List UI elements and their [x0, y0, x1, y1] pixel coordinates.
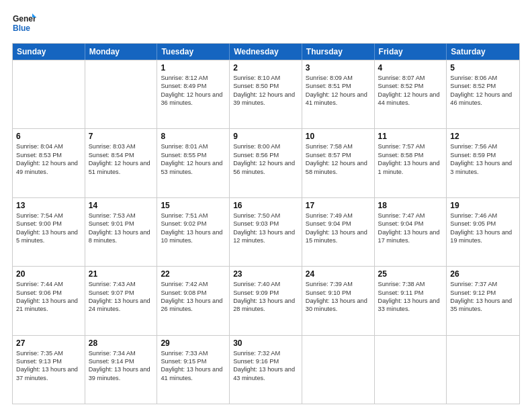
day-cell-15: 15Sunrise: 7:51 AMSunset: 9:02 PMDayligh… [157, 198, 230, 266]
day-info: Sunrise: 8:12 AMSunset: 8:49 PMDaylight:… [161, 74, 226, 107]
day-cell-14: 14Sunrise: 7:53 AMSunset: 9:01 PMDayligh… [85, 198, 158, 266]
day-info: Sunrise: 7:33 AMSunset: 9:15 PMDaylight:… [161, 349, 226, 383]
day-cell-17: 17Sunrise: 7:49 AMSunset: 9:04 PMDayligh… [302, 198, 375, 266]
day-info: Sunrise: 7:40 AMSunset: 9:09 PMDaylight:… [233, 280, 298, 314]
day-info: Sunrise: 7:44 AMSunset: 9:06 PMDaylight:… [16, 280, 81, 314]
empty-cell [447, 336, 519, 404]
day-info: Sunrise: 8:04 AMSunset: 8:53 PMDaylight:… [16, 142, 81, 176]
header: General Blue [12, 12, 520, 36]
day-number: 30 [233, 338, 298, 348]
day-info: Sunrise: 7:49 AMSunset: 9:04 PMDaylight:… [306, 212, 371, 245]
day-number: 14 [89, 201, 154, 210]
logo: General Blue [12, 12, 36, 36]
day-info: Sunrise: 8:01 AMSunset: 8:55 PMDaylight:… [161, 142, 226, 176]
day-info: Sunrise: 8:00 AMSunset: 8:56 PMDaylight:… [233, 142, 298, 176]
empty-cell [375, 336, 447, 404]
day-number: 23 [233, 269, 298, 279]
day-number: 11 [378, 132, 443, 141]
logo-svg: General Blue [12, 12, 36, 36]
day-cell-6: 6Sunrise: 8:04 AMSunset: 8:53 PMDaylight… [13, 129, 85, 197]
day-cell-8: 8Sunrise: 8:01 AMSunset: 8:55 PMDaylight… [157, 129, 230, 197]
day-number: 4 [378, 63, 443, 73]
day-cell-25: 25Sunrise: 7:38 AMSunset: 9:11 PMDayligh… [375, 267, 447, 334]
day-number: 24 [306, 269, 371, 279]
empty-cell [85, 60, 158, 128]
day-number: 22 [161, 269, 226, 279]
day-cell-13: 13Sunrise: 7:54 AMSunset: 9:00 PMDayligh… [13, 198, 85, 266]
day-number: 16 [233, 201, 298, 210]
day-number: 18 [378, 201, 443, 210]
day-number: 2 [233, 63, 298, 73]
day-info: Sunrise: 7:47 AMSunset: 9:04 PMDaylight:… [378, 212, 443, 245]
day-info: Sunrise: 7:37 AMSunset: 9:12 PMDaylight:… [450, 280, 516, 314]
day-number: 28 [89, 338, 154, 348]
day-info: Sunrise: 7:54 AMSunset: 9:00 PMDaylight:… [16, 212, 81, 245]
day-info: Sunrise: 8:10 AMSunset: 8:50 PMDaylight:… [233, 74, 298, 107]
day-info: Sunrise: 7:50 AMSunset: 9:03 PMDaylight:… [233, 212, 298, 245]
day-cell-19: 19Sunrise: 7:46 AMSunset: 9:05 PMDayligh… [447, 198, 519, 266]
day-info: Sunrise: 8:09 AMSunset: 8:51 PMDaylight:… [306, 74, 371, 107]
day-cell-5: 5Sunrise: 8:06 AMSunset: 8:52 PMDaylight… [447, 60, 519, 128]
day-cell-1: 1Sunrise: 8:12 AMSunset: 8:49 PMDaylight… [157, 60, 230, 128]
header-day-saturday: Saturday [447, 44, 519, 60]
day-number: 19 [450, 201, 516, 210]
header-day-tuesday: Tuesday [157, 44, 230, 60]
day-cell-7: 7Sunrise: 8:03 AMSunset: 8:54 PMDaylight… [85, 129, 158, 197]
day-info: Sunrise: 7:46 AMSunset: 9:05 PMDaylight:… [450, 212, 516, 245]
day-cell-30: 30Sunrise: 7:32 AMSunset: 9:16 PMDayligh… [230, 336, 302, 404]
header-day-sunday: Sunday [13, 44, 85, 60]
header-day-friday: Friday [375, 44, 447, 60]
empty-cell [302, 336, 375, 404]
day-cell-12: 12Sunrise: 7:56 AMSunset: 8:59 PMDayligh… [447, 129, 519, 197]
day-info: Sunrise: 7:57 AMSunset: 8:58 PMDaylight:… [378, 142, 443, 176]
day-number: 13 [16, 201, 81, 210]
day-number: 10 [306, 132, 371, 141]
header-day-monday: Monday [85, 44, 158, 60]
day-cell-22: 22Sunrise: 7:42 AMSunset: 9:08 PMDayligh… [157, 267, 230, 334]
day-cell-27: 27Sunrise: 7:35 AMSunset: 9:13 PMDayligh… [13, 336, 85, 404]
day-number: 1 [161, 63, 226, 73]
day-info: Sunrise: 7:42 AMSunset: 9:08 PMDaylight:… [161, 280, 226, 314]
empty-cell [13, 60, 85, 128]
day-info: Sunrise: 7:43 AMSunset: 9:07 PMDaylight:… [89, 280, 154, 314]
day-cell-24: 24Sunrise: 7:39 AMSunset: 9:10 PMDayligh… [302, 267, 375, 334]
svg-text:Blue: Blue [13, 24, 30, 33]
day-number: 5 [450, 63, 516, 73]
day-cell-28: 28Sunrise: 7:34 AMSunset: 9:14 PMDayligh… [85, 336, 158, 404]
calendar-body: 1Sunrise: 8:12 AMSunset: 8:49 PMDaylight… [13, 60, 519, 404]
week-row-2: 6Sunrise: 8:04 AMSunset: 8:53 PMDaylight… [13, 128, 519, 197]
day-info: Sunrise: 7:56 AMSunset: 8:59 PMDaylight:… [450, 142, 516, 176]
day-cell-16: 16Sunrise: 7:50 AMSunset: 9:03 PMDayligh… [230, 198, 302, 266]
day-number: 3 [306, 63, 371, 73]
day-cell-20: 20Sunrise: 7:44 AMSunset: 9:06 PMDayligh… [13, 267, 85, 334]
week-row-4: 20Sunrise: 7:44 AMSunset: 9:06 PMDayligh… [13, 266, 519, 334]
week-row-3: 13Sunrise: 7:54 AMSunset: 9:00 PMDayligh… [13, 197, 519, 266]
day-cell-26: 26Sunrise: 7:37 AMSunset: 9:12 PMDayligh… [447, 267, 519, 334]
day-info: Sunrise: 8:06 AMSunset: 8:52 PMDaylight:… [450, 74, 516, 107]
day-cell-10: 10Sunrise: 7:58 AMSunset: 8:57 PMDayligh… [302, 129, 375, 197]
day-number: 29 [161, 338, 226, 348]
day-number: 20 [16, 269, 81, 279]
day-number: 17 [306, 201, 371, 210]
day-cell-29: 29Sunrise: 7:33 AMSunset: 9:15 PMDayligh… [157, 336, 230, 404]
day-number: 25 [378, 269, 443, 279]
day-number: 27 [16, 338, 81, 348]
day-cell-11: 11Sunrise: 7:57 AMSunset: 8:58 PMDayligh… [375, 129, 447, 197]
day-info: Sunrise: 7:34 AMSunset: 9:14 PMDaylight:… [89, 349, 154, 383]
day-info: Sunrise: 7:38 AMSunset: 9:11 PMDaylight:… [378, 280, 443, 314]
calendar: SundayMondayTuesdayWednesdayThursdayFrid… [12, 43, 520, 404]
day-info: Sunrise: 7:39 AMSunset: 9:10 PMDaylight:… [306, 280, 371, 314]
day-cell-2: 2Sunrise: 8:10 AMSunset: 8:50 PMDaylight… [230, 60, 302, 128]
day-number: 9 [233, 132, 298, 141]
day-cell-9: 9Sunrise: 8:00 AMSunset: 8:56 PMDaylight… [230, 129, 302, 197]
calendar-header: SundayMondayTuesdayWednesdayThursdayFrid… [13, 44, 519, 60]
day-cell-3: 3Sunrise: 8:09 AMSunset: 8:51 PMDaylight… [302, 60, 375, 128]
day-number: 26 [450, 269, 516, 279]
day-cell-23: 23Sunrise: 7:40 AMSunset: 9:09 PMDayligh… [230, 267, 302, 334]
day-number: 7 [89, 132, 154, 141]
day-info: Sunrise: 8:03 AMSunset: 8:54 PMDaylight:… [89, 142, 154, 176]
day-cell-21: 21Sunrise: 7:43 AMSunset: 9:07 PMDayligh… [85, 267, 158, 334]
header-day-thursday: Thursday [302, 44, 375, 60]
day-number: 12 [450, 132, 516, 141]
day-number: 6 [16, 132, 81, 141]
